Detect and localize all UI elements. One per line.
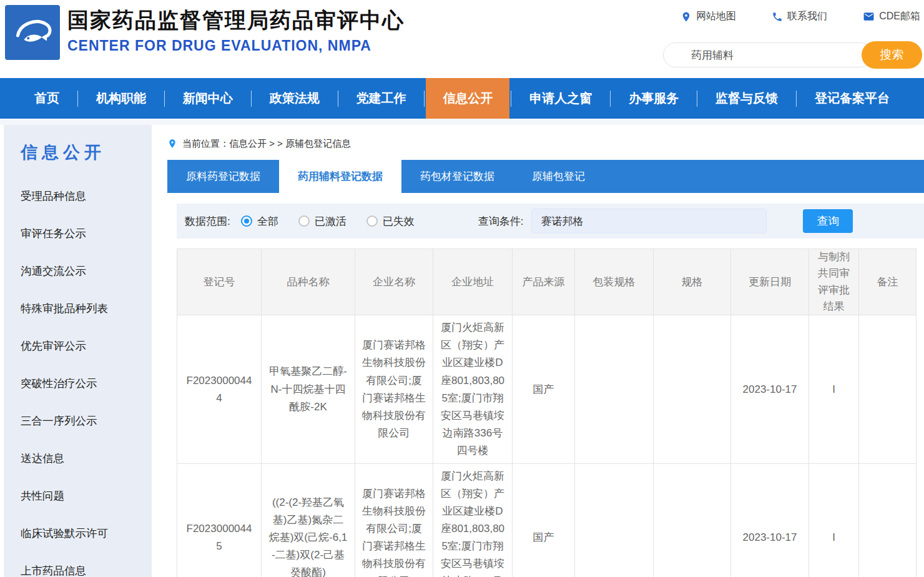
sidebar-item-common-issues[interactable]: 共性问题 [21, 477, 152, 515]
col-spec: 规格 [654, 249, 731, 315]
breadcrumb: 当前位置：信息公开 > > 原辅包登记信息 [167, 137, 924, 150]
header-divider-strip [0, 119, 924, 125]
nav-item-applicant[interactable]: 申请人之窗 [513, 78, 609, 119]
sidebar-item-three-in-one[interactable]: 三合一序列公示 [21, 402, 152, 440]
cell-spec [654, 463, 731, 577]
radio-expired-label: 已失效 [383, 214, 415, 229]
cde-logo [5, 5, 60, 60]
table-header-row: 登记号 品种名称 企业名称 企业地址 产品来源 包装规格 规格 更新日期 与制剂… [177, 249, 917, 315]
col-registration-no: 登记号 [177, 249, 262, 315]
tab-packaging-registration[interactable]: 药包材登记数据 [401, 160, 513, 193]
site-search: 搜索 [663, 41, 922, 69]
cell-company-name: 厦门赛诺邦格生物科技股份有限公司;厦门赛诺邦格生物科技股份有限公司 [355, 315, 433, 463]
sitemap-link[interactable]: 网站地图 [681, 10, 736, 23]
tab-api-registration[interactable]: 原料药登记数据 [167, 160, 279, 193]
cell-joint-review-result: I [809, 315, 859, 463]
nav-separator [338, 91, 338, 107]
nav-separator [251, 91, 252, 107]
sidebar-item-delivery-info[interactable]: 送达信息 [21, 440, 152, 477]
cell-update-date: 2023-10-17 [731, 315, 809, 463]
radio-activated[interactable] [298, 215, 310, 227]
col-packaging-spec: 包装规格 [575, 249, 654, 315]
nav-separator [697, 91, 697, 107]
breadcrumb-text: 当前位置：信息公开 > > 原辅包登记信息 [182, 138, 351, 150]
radio-option-all[interactable]: 全部 [241, 214, 278, 229]
nav-item-party[interactable]: 党建工作 [340, 78, 423, 119]
tab-excipient-registration[interactable]: 药用辅料登记数据 [279, 160, 401, 193]
sidebar-item-priority-review[interactable]: 优先审评公示 [21, 327, 152, 365]
radio-option-expired[interactable]: 已失效 [366, 214, 415, 229]
fish-logo-icon [9, 9, 56, 56]
radio-all-selected[interactable] [241, 215, 252, 227]
site-header: 国家药品监督管理局药品审评中心 CENTER FOR DRUG EVALUATI… [0, 0, 924, 78]
col-company-name: 企业名称 [355, 249, 433, 315]
col-product-source: 产品来源 [513, 249, 575, 315]
sidebar-item-accepted-varieties[interactable]: 受理品种信息 [21, 177, 152, 215]
nav-item-supervision[interactable]: 监督与反馈 [699, 78, 795, 119]
sidebar-title: 信息公开 [21, 141, 152, 162]
cell-company-address: 厦门火炬高新区（翔安）产业区建业楼D座801,803,805室;厦门市翔安区马巷… [433, 315, 513, 463]
sitemap-link-label: 网站地图 [696, 10, 736, 23]
query-input[interactable] [531, 209, 767, 234]
phone-icon [772, 11, 783, 22]
radio-option-activated[interactable]: 已激活 [298, 214, 346, 229]
cell-product-source: 国产 [513, 315, 575, 463]
cell-update-date: 2023-10-17 [731, 463, 809, 577]
scope-label: 数据范围: [185, 214, 230, 229]
cde-mail-link[interactable]: CDE邮箱 [863, 10, 920, 23]
cell-registration-no: F20230000445 [177, 463, 262, 577]
sidebar-item-review-tasks[interactable]: 审评任务公示 [21, 215, 152, 252]
nav-separator [511, 91, 511, 107]
site-search-button[interactable]: 搜索 [862, 41, 922, 69]
cell-product-source: 国产 [513, 463, 575, 577]
tab-raw-aux-pack[interactable]: 原辅包登记 [513, 160, 604, 193]
table-row: F20230000444 甲氧基聚乙二醇-N-十四烷基十四酰胺-2K 厦门赛诺邦… [177, 315, 917, 463]
query-label: 查询条件: [478, 214, 524, 229]
cell-registration-no: F20230000444 [177, 315, 262, 463]
dataset-tabs: 原料药登记数据 药用辅料登记数据 药包材登记数据 原辅包登记 [167, 160, 924, 193]
query-button[interactable]: 查询 [803, 209, 853, 233]
nav-separator [164, 91, 165, 107]
nav-item-policy[interactable]: 政策法规 [253, 78, 337, 119]
nav-item-home[interactable]: 首页 [17, 78, 76, 119]
col-remarks: 备注 [859, 249, 917, 315]
filter-bar: 数据范围: 全部 已激活 已失效 查询条件: 查询 [177, 204, 924, 239]
cell-company-address: 厦门火炬高新区（翔安）产业区建业楼D座801,803,805室;厦门市翔安区马巷… [433, 463, 513, 577]
nav-separator [796, 91, 797, 107]
sidebar-item-clinical-trial-license[interactable]: 临床试验默示许可 [21, 515, 152, 552]
nav-item-services[interactable]: 办事服务 [612, 78, 695, 119]
cell-spec [654, 315, 731, 463]
sidebar: 信息公开 受理品种信息 审评任务公示 沟通交流公示 特殊审批品种列表 优先审评公… [4, 125, 152, 577]
table-row: F20230000445 ((2-(2-羟基乙氧基)乙基)氮杂二烷基)双(己烷-… [177, 463, 917, 577]
cell-joint-review-result: I [809, 463, 859, 577]
nav-item-info-disclosure[interactable]: 信息公开 [426, 78, 509, 119]
contact-link-label: 联系我们 [787, 10, 827, 23]
top-links: 网站地图 联系我们 CDE邮箱 [681, 10, 920, 23]
breadcrumb-pin-icon [167, 137, 177, 150]
sidebar-item-communication[interactable]: 沟通交流公示 [21, 252, 152, 290]
cell-packaging-spec [575, 463, 654, 577]
radio-activated-label: 已激活 [315, 214, 346, 229]
site-search-input[interactable] [663, 42, 873, 67]
col-joint-review-result: 与制剂共同审评审批结果 [809, 249, 859, 315]
sidebar-item-breakthrough-therapy[interactable]: 突破性治疗公示 [21, 365, 152, 402]
radio-all-label: 全部 [257, 214, 278, 229]
cell-remarks [859, 463, 917, 577]
nav-item-functions[interactable]: 机构职能 [79, 78, 163, 119]
main-content: 当前位置：信息公开 > > 原辅包登记信息 原料药登记数据 药用辅料登记数据 药… [152, 125, 924, 577]
contact-link[interactable]: 联系我们 [772, 10, 827, 23]
map-pin-icon [681, 11, 692, 22]
site-title: 国家药品监督管理局药品审评中心 [67, 6, 405, 34]
site-subtitle: CENTER FOR DRUG EVALUATION, NMPA [67, 37, 405, 54]
nav-item-registration-platform[interactable]: 登记备案平台 [798, 78, 907, 119]
sidebar-item-marketed-drugs[interactable]: 上市药品信息 [21, 552, 152, 577]
cell-variety-name: 甲氧基聚乙二醇-N-十四烷基十四酰胺-2K [262, 315, 355, 463]
nav-separator [77, 91, 78, 107]
cell-company-name: 厦门赛诺邦格生物科技股份有限公司;厦门赛诺邦格生物科技股份有限公司 [355, 463, 433, 577]
envelope-icon [863, 11, 875, 22]
radio-expired[interactable] [366, 215, 378, 227]
sidebar-menu: 受理品种信息 审评任务公示 沟通交流公示 特殊审批品种列表 优先审评公示 突破性… [21, 177, 152, 577]
sidebar-item-special-approval[interactable]: 特殊审批品种列表 [21, 290, 152, 327]
nav-item-news[interactable]: 新闻中心 [166, 78, 250, 119]
nav-separator [424, 91, 425, 107]
